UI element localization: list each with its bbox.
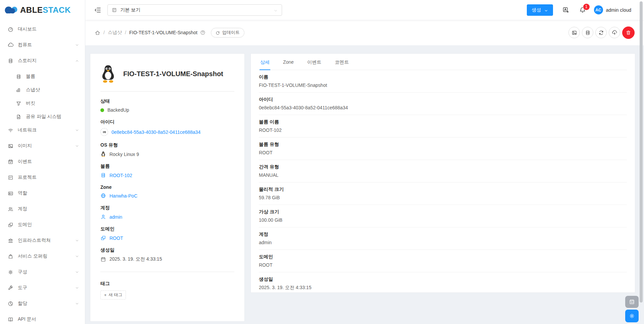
tab-details[interactable]: 상세: [260, 54, 270, 70]
settings-button[interactable]: [625, 310, 639, 322]
chevron-down-icon: [75, 128, 79, 132]
detail-row: 이름FIO-TEST-1-VOLUME-Snapshot: [259, 70, 627, 93]
field-value-text[interactable]: ROOT-102: [109, 173, 132, 178]
sidebar-item-projects[interactable]: 프로젝트: [0, 171, 85, 184]
field-value: 0e8ebc84-55a3-4030-8a52-0411ce688a34: [100, 128, 234, 136]
sidebar-item-api-doc[interactable]: API 문서: [0, 313, 85, 324]
dashboard-icon: [8, 26, 13, 32]
new-tag-button[interactable]: + 새 태그: [100, 290, 126, 300]
status-dot: [100, 108, 104, 112]
question-circle-icon[interactable]: [200, 30, 205, 35]
sidebar-item-roles[interactable]: 역할: [0, 186, 85, 200]
sidebar-item-service-offerings[interactable]: 서비스 오퍼링: [0, 250, 85, 263]
revert-icon: [598, 30, 604, 36]
sidebar-item-label: 스냅샷: [26, 87, 40, 93]
chevron-up-icon: [75, 59, 79, 63]
field-value-text[interactable]: admin: [109, 214, 122, 220]
menu-fold-icon[interactable]: [94, 6, 101, 14]
notifications-button[interactable]: 1: [579, 7, 586, 13]
chevron-down-icon: [75, 144, 79, 148]
view-selector[interactable]: 기본 보기: [107, 4, 282, 16]
storage-icon: [8, 58, 13, 64]
sidebar-item-domains[interactable]: 도메인: [0, 218, 85, 231]
update-button[interactable]: 업데이트: [211, 28, 244, 38]
sidebar-item-quota[interactable]: 할당: [0, 297, 85, 310]
detail-row: 가상 크기100.00 GiB: [259, 205, 627, 227]
sidebar-item-label: 구성: [18, 269, 27, 275]
sidebar-item-images[interactable]: 이미지: [0, 139, 85, 153]
sidebar-item-label: 이미지: [18, 143, 32, 149]
sidebar-item-tools[interactable]: 도구: [0, 281, 85, 294]
domain-icon: [100, 235, 106, 241]
field-value-text[interactable]: Hanwha-PoC: [109, 193, 137, 199]
field-value-text: Rocky Linux 9: [109, 152, 139, 157]
tab-zone[interactable]: Zone: [282, 54, 294, 70]
overview-fields: 상태BackedUp아이디0e8ebc84-55a3-4030-8a52-041…: [100, 92, 234, 262]
sidebar-item-accounts[interactable]: 계정: [0, 202, 85, 216]
event-timeline-button[interactable]: [625, 296, 639, 308]
tab-comments[interactable]: 코멘트: [334, 54, 350, 70]
create-volume-button[interactable]: [582, 27, 593, 38]
tab-events[interactable]: 이벤트: [307, 54, 322, 70]
field-os-type: OS 유형Rocky Linux 9: [100, 142, 234, 157]
username[interactable]: admin cloud: [606, 7, 632, 13]
role-icon: [8, 191, 13, 196]
field-account: 계정admin: [100, 205, 234, 220]
delete-snapshot-button[interactable]: [622, 26, 635, 39]
offering-icon: [8, 254, 13, 259]
image-icon: [8, 143, 13, 149]
detail-row: 물리적 크기59.78 GiB: [259, 182, 627, 205]
field-volume: 볼륨ROOT-102: [100, 163, 234, 178]
field-value-text[interactable]: 0e8ebc84-55a3-4030-8a52-0411ce688a34: [111, 129, 200, 135]
avatar[interactable]: AC: [594, 5, 603, 14]
sidebar-item-volumes[interactable]: 볼륨: [0, 70, 85, 83]
sidebar-item-storage[interactable]: 스토리지: [0, 54, 85, 67]
os-penguin-icon: [100, 151, 106, 157]
volume-icon: [585, 30, 591, 36]
barcode-icon: [100, 128, 108, 136]
field-uuid: 아이디0e8ebc84-55a3-4030-8a52-0411ce688a34: [100, 119, 234, 136]
home-icon[interactable]: [95, 30, 100, 36]
page-scrollbar[interactable]: [640, 1, 643, 303]
sidebar-item-events[interactable]: 이벤트: [0, 155, 85, 168]
domain-icon: [8, 222, 13, 228]
field-label: 상태: [100, 98, 234, 104]
sidebar-item-dashboard[interactable]: 대시보드: [0, 22, 85, 36]
breadcrumb-separator: /: [103, 30, 105, 35]
field-value: Rocky Linux 9: [100, 151, 234, 157]
create-template-button[interactable]: [568, 27, 580, 38]
breadcrumb-section[interactable]: 스냅샷: [108, 30, 122, 36]
chevron-down-icon: [544, 8, 548, 12]
field-value: ROOT-102: [100, 172, 234, 178]
ablestack-cloud-icon: [4, 5, 19, 15]
row-label: 도메인: [259, 254, 627, 260]
sidebar-item-snapshots[interactable]: 스냅샷: [0, 83, 85, 97]
main-area: 기본 보기 생성 1 AC admin cloud / 스냅샷 / FIO-TE…: [85, 0, 644, 324]
row-label: 볼륨 이름: [259, 119, 627, 125]
sidebar-item-label: 스토리지: [18, 58, 37, 64]
detail-row: 아이디0e8ebc84-55a3-4030-8a52-0411ce688a34: [259, 93, 627, 115]
quota-icon: [8, 301, 13, 307]
field-value: Hanwha-PoC: [100, 193, 234, 199]
detail-rows: 이름FIO-TEST-1-VOLUME-Snapshot아이디0e8ebc84-…: [259, 70, 627, 295]
sidebar: ABLESTACK 대시보드컴퓨트스토리지볼륨스냅샷버킷공유 파일 시스템네트워…: [0, 0, 85, 324]
create-button[interactable]: 생성: [527, 4, 553, 16]
breadcrumb-current: FIO-TEST-1-VOLUME-Snapshot: [129, 30, 197, 35]
download-snapshot-button[interactable]: [609, 27, 620, 38]
tags-label: 태그: [100, 281, 234, 287]
translate-icon[interactable]: [562, 7, 569, 13]
row-value: 2025. 3. 19. 오전 4:33:15: [259, 285, 627, 291]
snapshot-title: FIO-TEST-1-VOLUME-Snapshot: [123, 70, 223, 78]
field-value: BackedUp: [100, 107, 234, 113]
sidebar-item-compute[interactable]: 컴퓨트: [0, 38, 85, 52]
sidebar-item-buckets[interactable]: 버킷: [0, 97, 85, 110]
sidebar-item-configuration[interactable]: 구성: [0, 265, 85, 279]
sidebar-item-network[interactable]: 네트워크: [0, 123, 85, 137]
sidebar-item-shared-filesystem[interactable]: 공유 파일 시스템: [0, 110, 85, 123]
header-actions: [568, 26, 635, 39]
sidebar-item-infrastructure[interactable]: 인프라스트럭쳐: [0, 234, 85, 247]
volume-icon: [16, 74, 21, 79]
field-value-text[interactable]: ROOT: [109, 235, 123, 241]
revert-snapshot-button[interactable]: [595, 27, 607, 38]
ablestack-logo[interactable]: ABLESTACK: [0, 0, 85, 20]
